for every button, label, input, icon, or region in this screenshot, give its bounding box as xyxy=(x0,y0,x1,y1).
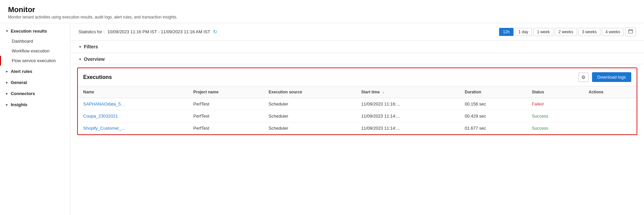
status-badge: Failed xyxy=(532,101,543,106)
executions-actions: ⚙ Download logs xyxy=(578,72,631,82)
status-badge: Success xyxy=(532,114,548,119)
filters-toggle[interactable]: ▼ Filters xyxy=(78,44,636,49)
cell-duration: 00.156 sec xyxy=(459,98,526,110)
time-btn-3weeks[interactable]: 3 weeks xyxy=(578,28,600,36)
download-logs-button[interactable]: Download logs xyxy=(592,72,631,82)
cell-actions xyxy=(583,98,637,110)
overview-label: Overview xyxy=(84,56,105,62)
execution-name-link[interactable]: SAPHANAOdata_5... xyxy=(83,101,124,106)
cell-duration: 00.429 sec xyxy=(459,110,526,122)
cell-name: Shopify_Customer_... xyxy=(78,122,188,134)
page-title: Monitor xyxy=(8,5,636,14)
table-header-row: Name Project name Execution source Start… xyxy=(78,86,637,98)
refresh-icon[interactable]: ↻ xyxy=(213,29,217,35)
cell-source: Scheduler xyxy=(263,110,356,122)
sidebar-section-execution-results: ▼ Execution results Dashboard Workflow e… xyxy=(0,26,70,66)
col-actions: Actions xyxy=(583,86,637,98)
sidebar-section-general-header[interactable]: ► General xyxy=(0,77,70,88)
table-row: Coupa_23032021 PerfTest Scheduler 11/09/… xyxy=(78,110,637,122)
sidebar-item-flow-service-execution[interactable]: Flow service execution xyxy=(0,56,70,66)
cell-project: PerfTest xyxy=(188,122,263,134)
time-btn-12h[interactable]: 12h xyxy=(499,28,513,36)
col-project: Project name xyxy=(188,86,263,98)
col-name: Name xyxy=(78,86,188,98)
settings-button[interactable]: ⚙ xyxy=(578,73,589,82)
cell-status: Failed xyxy=(526,98,583,110)
stats-bar: Statistics for : 10/09/2023 11:16 PM IST… xyxy=(70,23,644,41)
chevron-right-icon: ► xyxy=(5,103,9,106)
col-duration: Duration xyxy=(459,86,526,98)
col-starttime[interactable]: Start time ↓ xyxy=(356,86,460,98)
time-filter-group: 12h 1 day 1 week 2 weeks 3 weeks 4 weeks xyxy=(499,27,636,36)
cell-project: PerfTest xyxy=(188,110,263,122)
sidebar: ▼ Execution results Dashboard Workflow e… xyxy=(0,23,70,215)
chevron-down-icon: ▼ xyxy=(5,29,9,33)
stats-label: Statistics for : xyxy=(78,29,105,34)
sidebar-section-execution-results-header[interactable]: ▼ Execution results xyxy=(0,26,70,36)
sidebar-section-label: Insights xyxy=(11,102,28,107)
executions-header: Executions ⚙ Download logs xyxy=(78,68,637,86)
table-row: Shopify_Customer_... PerfTest Scheduler … xyxy=(78,122,637,134)
chevron-right-icon: ► xyxy=(5,81,9,84)
time-btn-2weeks[interactable]: 2 weeks xyxy=(555,28,577,36)
cell-duration: 01.677 sec xyxy=(459,122,526,134)
cell-name: Coupa_23032021 xyxy=(78,110,188,122)
svg-rect-0 xyxy=(629,30,633,33)
sidebar-section-alert-rules: ► Alert rules xyxy=(0,66,70,77)
table-row: SAPHANAOdata_5... PerfTest Scheduler 11/… xyxy=(78,98,637,110)
page-subtitle: Monitor tenant activities using executio… xyxy=(8,15,636,19)
sidebar-section-connectors-header[interactable]: ► Connectors xyxy=(0,88,70,99)
col-status: Status xyxy=(526,86,583,98)
chevron-right-icon: ► xyxy=(5,70,9,73)
sidebar-section-label: General xyxy=(11,80,27,85)
overview-section: ▼ Overview xyxy=(70,53,644,64)
page-header: Monitor Monitor tenant activities using … xyxy=(0,0,644,23)
executions-box: Executions ⚙ Download logs Name Project … xyxy=(77,68,637,135)
cell-status: Success xyxy=(526,110,583,122)
cell-actions xyxy=(583,122,637,134)
sidebar-section-general: ► General xyxy=(0,77,70,88)
sidebar-section-label: Connectors xyxy=(11,91,35,96)
cell-name: SAPHANAOdata_5... xyxy=(78,98,188,110)
cell-source: Scheduler xyxy=(263,122,356,134)
cell-project: PerfTest xyxy=(188,98,263,110)
cell-actions xyxy=(583,110,637,122)
cell-source: Scheduler xyxy=(263,98,356,110)
executions-table: Name Project name Execution source Start… xyxy=(78,86,637,134)
cell-status: Success xyxy=(526,122,583,134)
cell-starttime: 11/09/2023 11:14:... xyxy=(356,110,460,122)
chevron-right-icon: ► xyxy=(5,92,9,95)
sidebar-section-label: Alert rules xyxy=(11,69,32,74)
execution-name-link[interactable]: Shopify_Customer_... xyxy=(83,126,125,131)
status-badge: Success xyxy=(532,126,548,131)
time-btn-1day[interactable]: 1 day xyxy=(515,28,532,36)
stats-range-container: Statistics for : 10/09/2023 11:16 PM IST… xyxy=(78,29,217,35)
sidebar-section-connectors: ► Connectors xyxy=(0,88,70,99)
cell-starttime: 11/09/2023 11:16:... xyxy=(356,98,460,110)
sidebar-section-insights-header[interactable]: ► Insights xyxy=(0,99,70,110)
filters-label: Filters xyxy=(84,44,98,49)
sidebar-section-insights: ► Insights xyxy=(0,99,70,110)
time-btn-4weeks[interactable]: 4 weeks xyxy=(602,28,624,36)
overview-toggle[interactable]: ▼ Overview xyxy=(78,56,636,62)
cell-starttime: 11/09/2023 11:14:... xyxy=(356,122,460,134)
sidebar-item-workflow-execution[interactable]: Workflow execution xyxy=(0,46,70,56)
col-source: Execution source xyxy=(263,86,356,98)
chevron-down-icon: ▼ xyxy=(78,57,82,61)
stats-range: 10/09/2023 11:16 PM IST - 11/09/2023 11:… xyxy=(107,29,210,34)
filters-section: ▼ Filters xyxy=(70,41,644,53)
sidebar-section-alert-rules-header[interactable]: ► Alert rules xyxy=(0,66,70,77)
calendar-icon-button[interactable] xyxy=(625,27,636,36)
main-content: Statistics for : 10/09/2023 11:16 PM IST… xyxy=(70,23,644,215)
sidebar-section-label: Execution results xyxy=(11,29,47,34)
execution-name-link[interactable]: Coupa_23032021 xyxy=(83,114,118,119)
sidebar-item-dashboard[interactable]: Dashboard xyxy=(0,36,70,46)
executions-title: Executions xyxy=(83,74,112,80)
chevron-down-icon: ▼ xyxy=(78,45,82,49)
time-btn-1week[interactable]: 1 week xyxy=(533,28,553,36)
sort-icon: ↓ xyxy=(382,90,384,94)
